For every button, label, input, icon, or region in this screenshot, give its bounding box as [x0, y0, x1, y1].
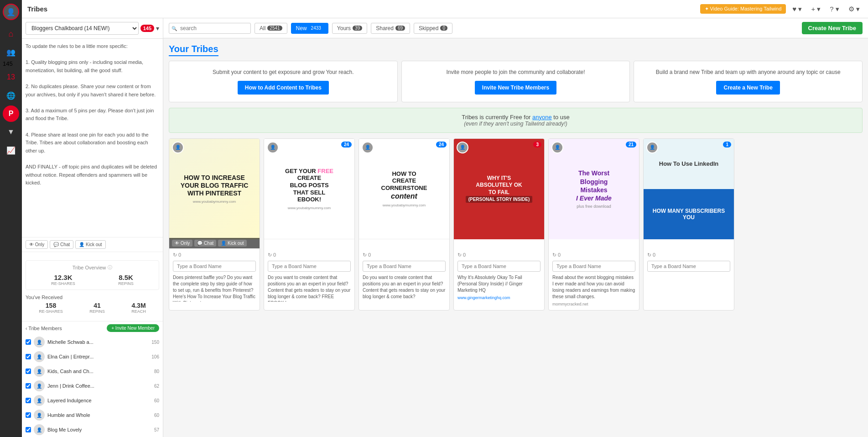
main-wrap: Bloggers Chalkboard (14 NEW!) 145 ▾ To u… — [22, 18, 868, 437]
user-avatar[interactable]: 👤 — [3, 4, 19, 20]
card-image-4: WHY IT'SABSOLUTELY OKTO FAIL(PERSONAL ST… — [454, 139, 544, 239]
globe-nav[interactable]: 🌐 — [3, 87, 19, 104]
globe-icon[interactable]: 🌐 — [3, 87, 19, 104]
pinterest-icon[interactable]: P — [3, 105, 19, 122]
card-board-input-1[interactable] — [173, 261, 256, 272]
member-checkbox-4[interactable] — [26, 383, 31, 389]
filter-yours-count: 39 — [353, 26, 362, 31]
pinterest-nav[interactable]: P — [3, 105, 19, 122]
card-url-1: www.youbabymummy.com — [175, 200, 254, 204]
create-new-tribe-info-button[interactable]: Create a New Tribe — [716, 81, 780, 95]
card-body-1: ↻ 0 Does pinterest baffle you? Do you wa… — [169, 248, 260, 305]
invite-members-button[interactable]: Invite New Tribe Members — [475, 81, 556, 95]
info-card-1: Submit your content to get exposure and … — [169, 61, 398, 102]
avatar-wrap[interactable]: 👤 — [3, 4, 19, 20]
filter-icon[interactable]: ▼ — [3, 124, 19, 140]
kick-out-button[interactable]: 👤 Kick out — [75, 240, 105, 249]
search-input[interactable] — [169, 23, 251, 34]
card-reshare-4: ↻ 0 — [457, 252, 541, 258]
overview-info-icon[interactable]: ⓘ — [108, 264, 112, 271]
card-body-6: ↻ 0 — [644, 248, 734, 278]
chart-icon[interactable]: 📈 — [3, 142, 19, 158]
card-pin-text-5: The WorstBloggingMistakesI Ever Made plu… — [576, 169, 612, 209]
tribe-overview: Tribe Overview ⓘ 12.3K RE-SHARES 8.5K RE… — [26, 260, 159, 290]
search-wrap — [169, 23, 251, 34]
filter-skipped-button[interactable]: Skipped 0 — [414, 23, 452, 34]
app-title: Tribes — [27, 5, 47, 13]
tribe-dropdown-arrow[interactable]: ▾ — [156, 25, 159, 32]
notifications-nav[interactable]: 👥 145 — [3, 44, 19, 67]
card-badge-2: 24 — [341, 142, 352, 147]
card-title-text-1: HOW TO INCREASE YOUR BLOG TRAFFIC WITH P… — [175, 174, 254, 197]
card-pin-text-1: HOW TO INCREASE YOUR BLOG TRAFFIC WITH P… — [175, 174, 254, 204]
card-title-text-2: GET YOUR FREECREATEBLOG POSTSTHAT SELLEB… — [285, 168, 333, 203]
tribe-overview-title: Tribe Overview ⓘ — [30, 264, 155, 271]
add-content-button[interactable]: How to Add Content to Tribes — [238, 81, 329, 95]
card-board-input-2[interactable] — [268, 261, 351, 272]
member-name-2: Elna Cain | Entrepr... — [47, 354, 149, 359]
member-avatar-2: 👤 — [34, 351, 45, 362]
card-reshare-5: ↻ 0 — [552, 252, 635, 258]
filter-all-button[interactable]: All 2541 — [255, 23, 287, 34]
member-name-5: Layered Indulgence — [47, 398, 151, 403]
member-checkbox-2[interactable] — [26, 354, 31, 359]
free-banner-link[interactable]: anyone — [532, 114, 552, 121]
member-count-2: 106 — [151, 354, 159, 359]
invite-new-member-button[interactable]: + Invite New Member — [107, 324, 159, 332]
card-board-input-3[interactable] — [363, 261, 446, 272]
filter-new-button[interactable]: New 2433 — [291, 23, 328, 34]
chat-button[interactable]: 💬 Chat — [50, 240, 73, 249]
tribe-selector: Bloggers Chalkboard (14 NEW!) 145 ▾ — [22, 18, 163, 39]
create-new-tribe-button[interactable]: Create New Tribe — [802, 22, 863, 34]
free-banner-text2: to use — [553, 114, 569, 121]
members-collapse-button[interactable]: ‹ Tribe Members — [26, 326, 62, 331]
alert-icon[interactable]: 13 — [3, 69, 19, 85]
free-banner: Tribes is currently Free for anyone to u… — [169, 108, 863, 133]
card-avatar-3: 👤 — [362, 142, 374, 153]
card-badge-5: 21 — [626, 142, 636, 147]
user-badge: 145 — [3, 60, 13, 67]
received-reshares-val: 158 — [39, 302, 63, 309]
home-nav[interactable]: ⌂ — [3, 26, 19, 42]
settings-button[interactable]: ⚙ ▾ — [846, 3, 863, 15]
list-item: 👤 Blog Me Lovely 57 — [22, 422, 163, 437]
card-board-input-5[interactable] — [552, 261, 635, 272]
card-only-button-1[interactable]: 👁 Only — [172, 240, 192, 247]
card-chat-button-1[interactable]: 💬 Chat — [194, 240, 216, 247]
card-image-1: HOW TO INCREASE YOUR BLOG TRAFFIC WITH P… — [169, 139, 260, 239]
reshares-stat: 12.3K RE-SHARES — [51, 274, 75, 286]
member-checkbox-1[interactable] — [26, 339, 31, 345]
repins-label: REPINS — [118, 281, 134, 286]
card-body-5: ↻ 0 Read about the worst blogging mistak… — [549, 248, 639, 310]
card-avatar-5: 👤 — [551, 142, 563, 153]
tribe-dropdown[interactable]: Bloggers Chalkboard (14 NEW!) — [26, 22, 139, 35]
tribe-rules-text: To update the rules to be a little more … — [26, 42, 159, 187]
home-icon[interactable]: ⌂ — [3, 26, 19, 42]
member-checkbox-7[interactable] — [26, 427, 31, 432]
member-checkbox-5[interactable] — [26, 398, 31, 403]
analytics-nav[interactable]: 📈 — [3, 142, 19, 158]
member-checkbox-3[interactable] — [26, 369, 31, 374]
filter-shared-button[interactable]: Shared 69 — [371, 23, 410, 34]
alerts-nav[interactable]: 13 — [3, 69, 19, 85]
member-checkbox-6[interactable] — [26, 412, 31, 418]
card-body-2: ↻ 0 Do you want to create content that p… — [264, 248, 354, 305]
card-kickout-button-1[interactable]: 👤 Kick out — [218, 240, 246, 247]
left-panel: Bloggers Chalkboard (14 NEW!) 145 ▾ To u… — [22, 18, 163, 437]
member-name-6: Humble and Whole — [47, 412, 151, 418]
received-reshares: 158 RE-SHARES — [39, 302, 63, 314]
user-icon[interactable]: 👥 — [3, 44, 19, 60]
card-board-input-4[interactable] — [457, 261, 541, 272]
filter-nav[interactable]: ▼ — [3, 124, 19, 140]
received-repins-label: REPINS — [89, 309, 105, 314]
card-description-5: Read about the worst blogging mistakes I… — [552, 274, 635, 300]
help-button[interactable]: ? ▾ — [827, 3, 842, 15]
filter-yours-button[interactable]: Yours 39 — [332, 23, 367, 34]
video-guide-button[interactable]: ✦ Video Guide: Mastering Tailwind — [700, 4, 786, 14]
card-image-wrap-4: WHY IT'SABSOLUTELY OKTO FAIL(PERSONAL ST… — [454, 139, 544, 248]
plus-button[interactable]: + ▾ — [808, 3, 823, 15]
heart-button[interactable]: ♥ ▾ — [790, 3, 805, 15]
card-board-input-6[interactable] — [647, 261, 730, 272]
you-received-title: You've Received — [26, 295, 159, 300]
only-button[interactable]: 👁 Only — [26, 240, 48, 249]
